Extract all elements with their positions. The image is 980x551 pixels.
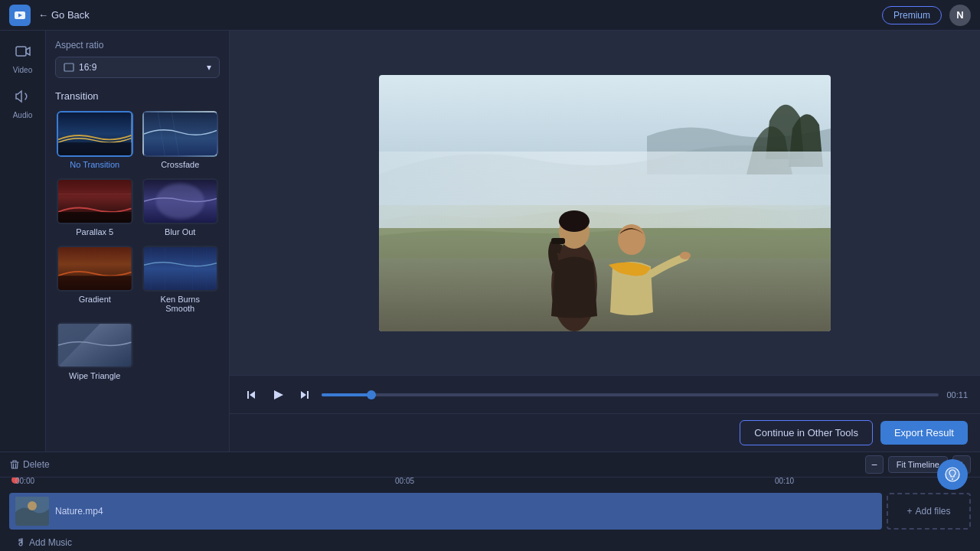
svg-point-26: [952, 478, 953, 480]
transition-item-parallax5[interactable]: Parallax 5: [55, 177, 135, 238]
svg-point-20: [559, 210, 590, 232]
add-music-label: Add Music: [29, 537, 72, 548]
sidebar-item-audio[interactable]: Audio: [4, 83, 42, 124]
add-files-label: Add files: [915, 506, 950, 517]
video-track-row: Nature.mp4 + Add files: [9, 491, 971, 531]
support-bubble[interactable]: [937, 459, 968, 490]
ruler-mark-0: 00:00: [15, 478, 34, 485]
video-preview: [230, 31, 980, 375]
sidebar: Aspect ratio 16:9 ▾ Transition: [46, 31, 230, 452]
timeline-toolbar: Delete − Fit Timeline +: [0, 452, 980, 478]
go-back-button[interactable]: ← Go Back: [38, 9, 90, 21]
svg-rect-2: [64, 64, 74, 71]
svg-point-22: [680, 252, 691, 259]
export-button[interactable]: Export Result: [880, 421, 968, 445]
delete-button[interactable]: Delete: [9, 459, 50, 470]
svg-rect-7: [58, 212, 132, 223]
video-icon: [15, 43, 31, 64]
topbar: ← Go Back Premium N: [0, 0, 980, 31]
continue-button[interactable]: Continue in Other Tools: [740, 420, 873, 445]
timeline-ruler: 00:00 00:05 00:10: [0, 478, 980, 491]
preview-area: 00:11 Continue in Other Tools Export Res…: [230, 31, 980, 452]
transition-name-no-transition: No Transition: [70, 160, 119, 169]
transition-item-crossfade[interactable]: Crossfade: [141, 109, 220, 171]
transition-section-label: Transition: [55, 90, 220, 102]
timeline-section: Delete − Fit Timeline + 00:00 00:05 00:1…: [0, 452, 980, 551]
video-nav-label: Video: [13, 66, 32, 74]
aspect-ratio-value: 16:9: [79, 62, 96, 73]
aspect-ratio-chevron-icon: ▾: [207, 62, 211, 73]
add-files-button[interactable]: + Add files: [887, 493, 971, 530]
action-bar: Continue in Other Tools Export Result: [230, 413, 980, 452]
timeline-tracks: Nature.mp4 + Add files Add Music: [0, 491, 980, 551]
delete-label: Delete: [23, 459, 50, 470]
icon-nav: Video Audio: [0, 31, 46, 452]
ruler-mark-1: 00:05: [395, 478, 414, 485]
transition-item-wipe-triangle[interactable]: Wipe Triangle: [55, 321, 135, 382]
add-files-icon: +: [906, 506, 912, 517]
timeline-progress: [322, 393, 371, 396]
transition-item-ken-burns[interactable]: Ken BurnsSmooth: [141, 244, 220, 315]
svg-rect-12: [144, 247, 217, 290]
video-controls: 00:11: [230, 375, 980, 413]
svg-rect-11: [58, 276, 132, 290]
transition-name-parallax5: Parallax 5: [76, 227, 113, 236]
transition-thumb-ken-burns: [142, 246, 219, 292]
app-logo: [9, 5, 31, 26]
transition-thumb-gradient: [57, 246, 133, 292]
transition-grid: No Transition: [55, 109, 220, 382]
sidebar-item-video[interactable]: Video: [4, 38, 42, 79]
svg-rect-1: [16, 47, 26, 56]
aspect-ratio-select[interactable]: 16:9 ▾: [55, 57, 220, 78]
go-back-label: Go Back: [51, 9, 90, 21]
transition-item-blur-out[interactable]: Blur Out: [141, 177, 220, 238]
audio-track-row: Add Music: [9, 534, 971, 551]
audio-icon: [15, 88, 31, 109]
transition-name-ken-burns: Ken BurnsSmooth: [161, 295, 200, 313]
svg-point-24: [28, 501, 37, 510]
clip-thumbnail: [15, 497, 49, 526]
add-music-button[interactable]: Add Music: [9, 534, 78, 551]
transition-item-gradient[interactable]: Gradient: [55, 244, 135, 315]
transition-item-no-transition[interactable]: No Transition: [55, 109, 135, 171]
video-timeline-track[interactable]: [322, 393, 939, 396]
transition-name-wipe-triangle: Wipe Triangle: [69, 371, 120, 380]
svg-rect-16: [379, 152, 831, 228]
time-display: 00:11: [946, 390, 968, 399]
clip-name: Nature.mp4: [55, 506, 103, 517]
aspect-ratio-section-label: Aspect ratio: [55, 40, 220, 51]
transition-thumb-blur-out: [142, 178, 219, 224]
zoom-out-button[interactable]: −: [865, 455, 884, 474]
avatar: N: [949, 5, 971, 26]
transition-thumb-wipe-triangle: [57, 322, 133, 368]
transition-thumb-no-transition: [57, 111, 133, 157]
play-button[interactable]: [268, 385, 288, 405]
svg-rect-4: [58, 142, 132, 155]
video-container: [379, 75, 831, 331]
transition-thumb-parallax5: [57, 178, 133, 224]
svg-rect-19: [551, 238, 565, 244]
ruler-mark-2: 00:10: [775, 478, 794, 485]
transition-thumb-crossfade: [142, 111, 219, 157]
premium-button[interactable]: Premium: [882, 6, 942, 24]
prev-button[interactable]: [242, 386, 260, 404]
transition-name-gradient: Gradient: [79, 295, 111, 304]
transition-name-blur-out: Blur Out: [165, 227, 195, 236]
video-clip[interactable]: Nature.mp4: [9, 493, 882, 530]
audio-nav-label: Audio: [13, 111, 33, 119]
video-frame: [379, 75, 831, 331]
next-button[interactable]: [296, 386, 314, 404]
timeline-thumb: [367, 390, 376, 399]
transition-name-crossfade: Crossfade: [161, 160, 199, 169]
